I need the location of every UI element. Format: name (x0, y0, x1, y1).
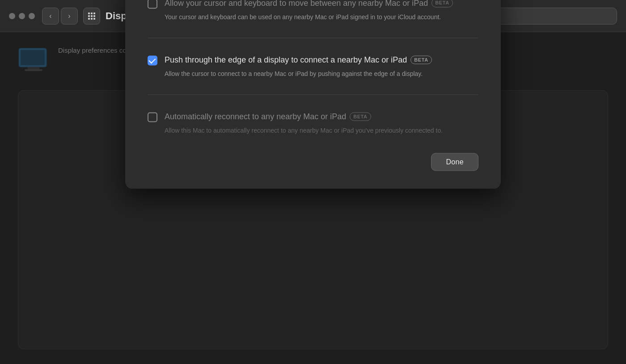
option2-beta-badge: BETA (410, 55, 431, 64)
svg-rect-13 (28, 67, 39, 69)
option1-checkbox-wrapper[interactable] (148, 0, 157, 8)
option3-title: Automatically reconnect to any nearby Ma… (165, 111, 478, 122)
option2-checkbox[interactable] (148, 55, 157, 65)
option2-content: Push through the edge of a display to co… (165, 54, 478, 78)
option1-title: Allow your cursor and keyboard to move b… (165, 0, 478, 8)
dialog-footer: Done (148, 153, 478, 171)
svg-rect-4 (91, 15, 93, 17)
minimize-button[interactable] (19, 13, 25, 19)
svg-rect-3 (88, 15, 90, 17)
divider2 (148, 94, 478, 95)
svg-rect-14 (25, 69, 42, 71)
close-button[interactable] (9, 13, 15, 19)
svg-rect-0 (88, 13, 90, 14)
option1-row: Allow your cursor and keyboard to move b… (148, 0, 478, 21)
option2-row: Push through the edge of a display to co… (148, 54, 478, 78)
svg-rect-6 (88, 18, 90, 20)
option2-checkbox-wrapper[interactable] (148, 55, 157, 65)
back-button[interactable]: ‹ (42, 8, 59, 25)
svg-rect-2 (93, 13, 95, 14)
svg-rect-7 (91, 18, 93, 20)
chevron-left-icon: ‹ (49, 12, 51, 20)
option3-content: Automatically reconnect to any nearby Ma… (165, 111, 478, 135)
main-content: Display preferences control the resoluti… (0, 32, 626, 94)
grid-icon (88, 12, 96, 20)
svg-rect-5 (93, 15, 95, 17)
chevron-right-icon: › (68, 12, 70, 20)
nav-buttons: ‹ › (42, 8, 78, 25)
option3-checkbox-wrapper[interactable] (148, 112, 157, 122)
option3-beta-badge: BETA (350, 112, 371, 121)
option2-description: Allow the cursor to connect to a nearby … (165, 69, 478, 78)
option3-description: Allow this Mac to automatically reconnec… (165, 126, 478, 135)
display-icon (18, 47, 49, 72)
done-button[interactable]: Done (431, 153, 478, 171)
option2-title: Push through the edge of a display to co… (165, 54, 478, 65)
maximize-button[interactable] (29, 13, 35, 19)
svg-rect-12 (21, 50, 45, 65)
divider1 (148, 38, 478, 38)
grid-button[interactable] (83, 8, 100, 25)
option1-content: Allow your cursor and keyboard to move b… (165, 0, 478, 21)
option3-checkbox[interactable] (148, 112, 157, 122)
svg-rect-8 (93, 18, 95, 20)
dialog: Allow your cursor and keyboard to move b… (125, 0, 501, 189)
option1-description: Your cursor and keyboard can be used on … (165, 12, 478, 21)
forward-button[interactable]: › (61, 8, 78, 25)
option3-row: Automatically reconnect to any nearby Ma… (148, 111, 478, 135)
option1-checkbox[interactable] (148, 0, 157, 8)
traffic-lights (9, 13, 35, 19)
option1-beta-badge: BETA (431, 0, 453, 7)
svg-rect-1 (91, 13, 93, 14)
